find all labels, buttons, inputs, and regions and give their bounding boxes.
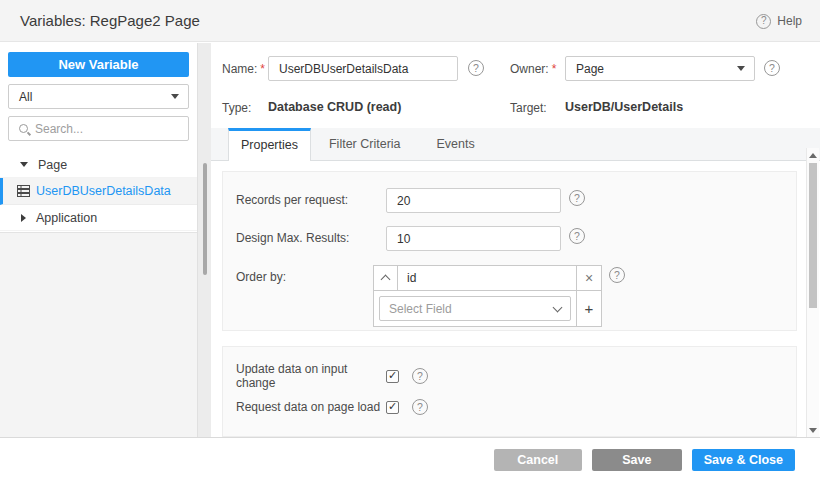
save-close-button[interactable]: Save & Close (692, 449, 795, 471)
help-label: Help (777, 14, 802, 28)
name-help-icon[interactable]: ? (468, 60, 484, 76)
type-label: Type: (222, 101, 251, 115)
request-on-load-checkbox[interactable]: ✓ (386, 401, 399, 414)
tree-item-label: UserDBUserDetailsData (36, 184, 171, 198)
tab-bar: Properties Filter Criteria Events (211, 128, 820, 161)
check-icon: ✓ (388, 370, 397, 381)
request-on-load-help-icon[interactable]: ? (412, 399, 428, 415)
variable-filter-dropdown[interactable]: All (8, 84, 189, 109)
remove-field-button[interactable]: × (576, 266, 601, 290)
order-by-field-value: id (398, 266, 576, 290)
tab-filter-criteria[interactable]: Filter Criteria (311, 128, 419, 160)
sidebar: New Variable All Page (0, 43, 197, 437)
request-on-load-label: Request data on page load (236, 400, 386, 414)
add-field-row: Select Field + (374, 291, 601, 326)
design-max-results-label: Design Max. Results: (236, 231, 349, 245)
owner-value: Page (576, 62, 737, 76)
update-on-change-checkbox[interactable]: ✓ (386, 370, 399, 383)
owner-help-icon[interactable]: ? (764, 60, 780, 76)
scroll-down-icon[interactable] (809, 428, 817, 433)
max-results-help-icon[interactable]: ? (569, 228, 585, 244)
tree-item-label: Page (38, 158, 67, 172)
search-box (8, 116, 189, 141)
name-input[interactable] (268, 56, 458, 81)
tree-item-page[interactable]: Page (0, 152, 197, 178)
caret-right-icon (21, 214, 26, 222)
request-settings-group: Records per request: ? Design Max. Resul… (222, 171, 797, 331)
cancel-button[interactable]: Cancel (494, 449, 582, 471)
scroll-up-icon[interactable] (809, 153, 817, 158)
dialog-titlebar: Variables: RegPage2 Page ? Help (0, 0, 820, 42)
owner-dropdown[interactable]: Page (565, 56, 755, 81)
dialog-title: Variables: RegPage2 Page (20, 0, 200, 42)
properties-tab-content: Records per request: ? Design Max. Resul… (211, 161, 820, 437)
records-per-request-input[interactable] (386, 188, 561, 213)
help-link[interactable]: ? Help (756, 0, 802, 42)
order-by-label: Order by: (236, 270, 286, 284)
select-field-placeholder: Select Field (389, 302, 554, 316)
design-max-results-input[interactable] (386, 226, 561, 251)
search-input[interactable] (35, 118, 185, 139)
content-scrollbar[interactable] (806, 148, 819, 438)
search-icon (19, 124, 28, 133)
check-icon: ✓ (388, 401, 397, 412)
tree-item-label: Application (36, 211, 97, 225)
dropdown-arrow-icon (737, 66, 745, 71)
target-label: Target: (510, 101, 547, 115)
target-value: UserDB/UserDetails (565, 100, 683, 114)
select-field-dropdown[interactable]: Select Field (379, 296, 571, 321)
request-on-load-row: Request data on page load ✓ ? (236, 399, 428, 415)
add-field-button[interactable]: + (576, 291, 601, 326)
records-help-icon[interactable]: ? (569, 190, 585, 206)
variable-filter-value: All (19, 90, 171, 104)
main-panel: Name:* ? Owner:* Page ? Type: Database C… (211, 43, 820, 437)
order-by-widget: id × Select Field + (373, 265, 602, 327)
caret-down-icon (20, 162, 28, 167)
save-button[interactable]: Save (592, 449, 682, 471)
database-icon (17, 185, 30, 197)
tab-events[interactable]: Events (419, 128, 493, 160)
sort-direction-button[interactable] (374, 266, 398, 290)
help-icon: ? (756, 14, 771, 29)
update-on-change-help-icon[interactable]: ? (412, 368, 428, 384)
close-icon: × (585, 270, 593, 286)
tree-item-userdbuserdetailsdata[interactable]: UserDBUserDetailsData (0, 178, 197, 205)
variables-dialog: Variables: RegPage2 Page ? Help New Vari… (0, 0, 820, 486)
new-variable-button[interactable]: New Variable (8, 52, 189, 77)
required-asterisk: * (260, 62, 265, 76)
update-on-change-row: Update data on input change ✓ ? (236, 362, 428, 390)
name-label: Name:* (222, 62, 265, 76)
order-by-row: id × (374, 266, 601, 291)
chevron-down-icon (553, 302, 563, 312)
type-value: Database CRUD (read) (268, 100, 401, 114)
content-scrollbar-thumb[interactable] (809, 163, 817, 308)
owner-label: Owner:* (510, 62, 556, 76)
footer: Cancel Save Save & Close (0, 437, 820, 486)
sort-asc-icon (381, 275, 391, 285)
update-on-change-label: Update data on input change (236, 362, 386, 390)
sidebar-scrollbar[interactable] (197, 43, 211, 437)
records-per-request-label: Records per request: (236, 193, 348, 207)
behavior-settings-group: Update data on input change ✓ ? Request … (222, 346, 797, 437)
order-by-help-icon[interactable]: ? (609, 267, 625, 283)
tree-item-application[interactable]: Application (0, 205, 197, 231)
required-asterisk: * (552, 62, 557, 76)
variables-tree: Page UserDBUserDetailsData Application (0, 152, 197, 231)
plus-icon: + (585, 300, 594, 317)
sidebar-scrollbar-thumb[interactable] (203, 163, 207, 275)
tab-properties[interactable]: Properties (228, 128, 311, 161)
sidebar-panel: New Variable All Page (0, 43, 197, 233)
dropdown-arrow-icon (171, 94, 179, 99)
